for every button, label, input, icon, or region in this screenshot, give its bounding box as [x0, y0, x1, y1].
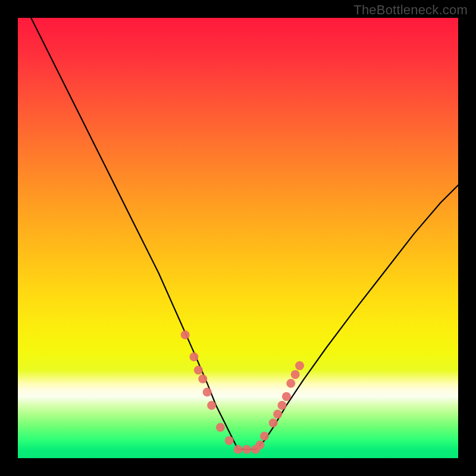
marker-dot — [273, 410, 282, 419]
watermark-text: TheBottleneck.com — [353, 2, 468, 18]
marker-dot — [198, 374, 207, 383]
marker-dot — [203, 388, 212, 397]
marker-dot — [256, 440, 265, 449]
marker-dot — [295, 361, 304, 370]
marker-dot — [278, 401, 287, 410]
marker-dot — [234, 445, 243, 454]
plot-area — [18, 18, 458, 458]
marker-cluster — [181, 330, 304, 453]
marker-dot — [269, 418, 278, 427]
marker-dot — [260, 432, 269, 441]
marker-dot — [282, 392, 291, 401]
chart-svg — [18, 18, 458, 458]
marker-dot — [225, 436, 234, 445]
main-curve — [31, 18, 458, 449]
marker-dot — [291, 370, 300, 379]
marker-dot — [207, 401, 216, 410]
marker-dot — [194, 366, 203, 375]
marker-dot — [216, 423, 225, 432]
marker-dot — [190, 352, 199, 361]
marker-dot — [286, 379, 295, 388]
marker-dot — [181, 330, 190, 339]
marker-dot — [242, 445, 251, 454]
